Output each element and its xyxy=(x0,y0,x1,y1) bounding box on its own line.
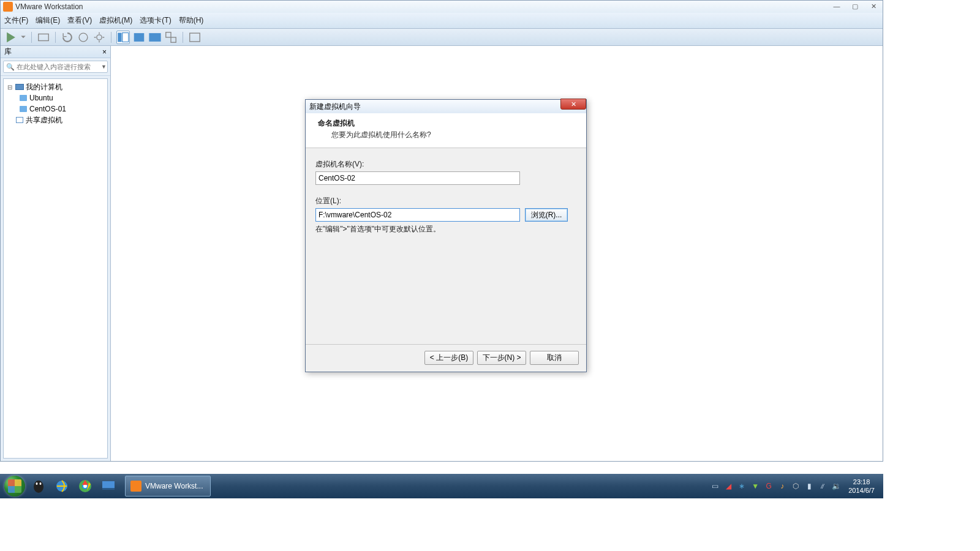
unity-button[interactable] xyxy=(164,31,178,44)
svg-rect-0 xyxy=(39,34,49,40)
dialog-subheading: 您要为此虚拟机使用什么名称? xyxy=(318,130,574,140)
close-button[interactable]: ✕ xyxy=(868,2,879,10)
next-button[interactable]: 下一步(N) > xyxy=(477,351,526,365)
settings-button[interactable] xyxy=(92,31,106,44)
svg-point-13 xyxy=(40,482,42,485)
windows-orb-icon xyxy=(4,476,25,497)
toolbar-separator xyxy=(31,32,32,43)
menu-file[interactable]: 文件(F) xyxy=(4,15,28,26)
tray-app-icon[interactable]: G xyxy=(764,481,774,491)
svg-point-12 xyxy=(36,482,38,485)
browse-button[interactable]: 浏览(R)... xyxy=(525,208,568,222)
toolbar-separator xyxy=(55,32,56,43)
library-tree[interactable]: ⊟ 我的计算机 Ubuntu CentOS-01 共享虚拟机 xyxy=(3,78,108,459)
search-icon: 🔍 xyxy=(6,63,15,71)
new-vm-wizard-dialog: 新建虚拟机向导 ✕ 命名虚拟机 您要为此虚拟机使用什么名称? 虚拟机名称(V):… xyxy=(305,99,587,372)
taskbar-app-vmware[interactable]: VMware Workst... xyxy=(125,476,211,497)
search-input[interactable] xyxy=(17,63,101,70)
sidebar: 库 × 🔍 ▼ ⊟ 我的计算机 Ubuntu xyxy=(1,46,111,461)
svg-rect-8 xyxy=(171,37,176,42)
tray-app-icon[interactable]: ♪ xyxy=(777,481,787,491)
chevron-down-icon[interactable]: ▼ xyxy=(101,64,107,70)
clock-time: 23:18 xyxy=(848,478,875,486)
toolbar xyxy=(1,29,883,46)
svg-rect-4 xyxy=(123,32,129,42)
search-row: 🔍 ▼ xyxy=(1,58,110,76)
sidebar-header: 库 × xyxy=(1,46,110,58)
console-view-button[interactable] xyxy=(188,31,202,44)
svg-rect-6 xyxy=(149,33,160,42)
vm-icon xyxy=(18,94,28,102)
tray-network-icon[interactable]: ▮ xyxy=(804,481,814,491)
app-title: VMware Workstation xyxy=(15,2,83,11)
tree-item-label: Ubuntu xyxy=(29,94,53,102)
shared-icon xyxy=(15,116,24,124)
start-button[interactable] xyxy=(2,475,27,497)
tray-shield-icon[interactable]: ▼ xyxy=(750,481,760,491)
menu-edit[interactable]: 编辑(E) xyxy=(36,15,60,26)
window-controls: — ▢ ✕ xyxy=(831,2,879,10)
menu-view[interactable]: 查看(V) xyxy=(67,15,92,26)
tray-battery-icon[interactable]: ▭ xyxy=(710,481,720,491)
svg-rect-7 xyxy=(166,32,171,37)
power-dropdown-icon[interactable] xyxy=(20,31,26,44)
menu-vm[interactable]: 虚拟机(M) xyxy=(99,15,132,26)
toolbar-separator xyxy=(183,32,183,43)
collapse-icon[interactable]: ⊟ xyxy=(7,84,15,91)
outer-fill xyxy=(883,0,980,551)
cancel-button[interactable]: 取消 xyxy=(530,351,579,365)
desktop-icon[interactable] xyxy=(99,476,118,496)
back-button[interactable]: < 上一步(B) xyxy=(424,351,473,365)
maximize-button[interactable]: ▢ xyxy=(850,2,861,10)
menubar: 文件(F) 编辑(E) 查看(V) 虚拟机(M) 选项卡(T) 帮助(H) xyxy=(1,13,883,29)
computer-icon xyxy=(15,83,24,91)
chrome-icon[interactable] xyxy=(75,476,95,496)
tray-app-icon[interactable]: ⬡ xyxy=(791,481,801,491)
svg-rect-5 xyxy=(134,33,145,42)
snapshot-button[interactable] xyxy=(37,31,50,44)
power-on-button[interactable] xyxy=(4,31,18,44)
tray-wifi-icon[interactable]: ⫽ xyxy=(818,481,827,491)
taskbar-clock[interactable]: 23:18 2014/6/7 xyxy=(845,478,878,495)
svg-rect-19 xyxy=(102,488,115,490)
vmware-app-icon xyxy=(3,2,13,12)
titlebar[interactable]: VMware Workstation — ▢ ✕ xyxy=(1,1,883,13)
svg-rect-9 xyxy=(190,33,200,42)
vm-name-input[interactable] xyxy=(315,171,520,185)
revert-button[interactable] xyxy=(61,31,74,44)
snapshot-manager-button[interactable] xyxy=(77,31,90,44)
svg-point-2 xyxy=(97,34,102,39)
tray-flag-icon[interactable]: ◢ xyxy=(723,481,733,491)
fullscreen-button[interactable] xyxy=(148,31,162,44)
svg-rect-3 xyxy=(118,32,121,42)
thumbnail-view-button[interactable] xyxy=(132,31,146,44)
tray-volume-icon[interactable]: 🔉 xyxy=(831,481,841,491)
dialog-titlebar[interactable]: 新建虚拟机向导 ✕ xyxy=(306,100,586,113)
tree-root-my-computer[interactable]: ⊟ 我的计算机 xyxy=(5,81,106,92)
menu-tabs[interactable]: 选项卡(T) xyxy=(140,15,171,26)
qq-icon[interactable] xyxy=(29,476,48,496)
tray-bluetooth-icon[interactable]: ∗ xyxy=(737,481,747,491)
location-label: 位置(L): xyxy=(315,196,576,206)
ie-icon[interactable] xyxy=(52,476,72,496)
minimize-button[interactable]: — xyxy=(831,2,842,10)
search-input-wrap[interactable]: 🔍 ▼ xyxy=(3,61,108,73)
svg-point-1 xyxy=(79,33,88,42)
tree-shared-vms[interactable]: 共享虚拟机 xyxy=(5,114,106,126)
gap-fill xyxy=(0,462,883,474)
sidebar-title: 库 xyxy=(4,47,12,57)
dialog-close-button[interactable]: ✕ xyxy=(560,99,586,110)
taskbar[interactable]: VMware Workst... ▭ ◢ ∗ ▼ G ♪ ⬡ ▮ ⫽ 🔉 23:… xyxy=(0,474,883,498)
tree-item-ubuntu[interactable]: Ubuntu xyxy=(5,92,106,103)
library-view-button[interactable] xyxy=(116,31,130,44)
dialog-heading: 命名虚拟机 xyxy=(318,118,574,129)
location-input[interactable] xyxy=(315,208,520,222)
tree-item-label: CentOS-01 xyxy=(29,105,66,113)
dialog-header: 命名虚拟机 您要为此虚拟机使用什么名称? xyxy=(306,113,586,148)
menu-help[interactable]: 帮助(H) xyxy=(179,15,204,26)
clock-date: 2014/6/7 xyxy=(848,486,875,495)
toolbar-separator xyxy=(111,32,111,43)
taskbar-app-label: VMware Workst... xyxy=(145,482,203,490)
tree-item-centos01[interactable]: CentOS-01 xyxy=(5,103,106,114)
sidebar-close-button[interactable]: × xyxy=(102,48,107,56)
